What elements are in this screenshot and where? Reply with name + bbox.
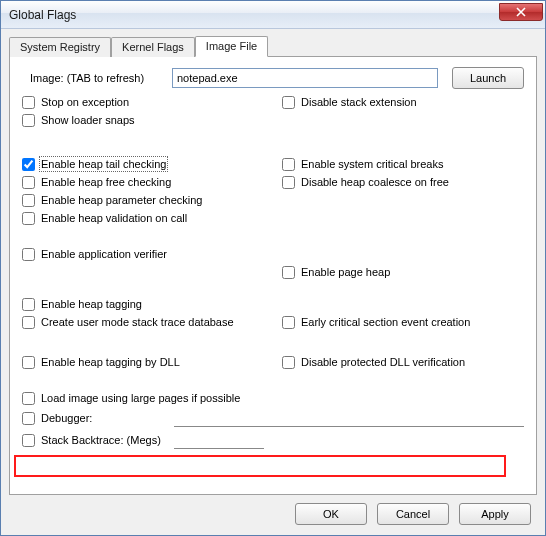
client-area: System Registry Kernel Flags Image File … bbox=[1, 29, 545, 535]
chk-disable-stack-ext[interactable]: Disable stack extension bbox=[282, 93, 524, 111]
close-icon bbox=[516, 7, 526, 17]
tab-system-registry[interactable]: System Registry bbox=[9, 37, 111, 57]
chk-disable-coalesce[interactable]: Disable heap coalesce on free bbox=[282, 173, 524, 191]
chk-large-pages[interactable]: Load image using large pages if possible bbox=[22, 389, 524, 407]
tab-kernel-flags[interactable]: Kernel Flags bbox=[111, 37, 195, 57]
image-label: Image: (TAB to refresh) bbox=[22, 72, 172, 84]
chk-heap-tag-dll[interactable]: Enable heap tagging by DLL bbox=[22, 353, 282, 371]
chk-sys-crit[interactable]: Enable system critical breaks bbox=[282, 155, 524, 173]
stack-backtrace-input[interactable] bbox=[174, 431, 264, 449]
ok-button[interactable]: OK bbox=[295, 503, 367, 525]
window-title: Global Flags bbox=[9, 8, 499, 22]
tab-page-image-file: Image: (TAB to refresh) Launch Stop on e… bbox=[9, 56, 537, 495]
chk-stop-exception[interactable]: Stop on exception bbox=[22, 93, 282, 111]
apply-button[interactable]: Apply bbox=[459, 503, 531, 525]
chk-show-loader[interactable]: Show loader snaps bbox=[22, 111, 282, 129]
debugger-input[interactable] bbox=[174, 409, 524, 427]
chk-heap-free[interactable]: Enable heap free checking bbox=[22, 173, 282, 191]
debugger-highlight bbox=[14, 455, 506, 477]
chk-user-stack[interactable]: Create user mode stack trace database bbox=[22, 313, 282, 331]
chk-disable-prot-dll[interactable]: Disable protected DLL verification bbox=[282, 353, 524, 371]
close-button[interactable] bbox=[499, 3, 543, 21]
dialog-buttons: OK Cancel Apply bbox=[9, 495, 537, 527]
cancel-button[interactable]: Cancel bbox=[377, 503, 449, 525]
chk-app-verifier[interactable]: Enable application verifier bbox=[22, 245, 282, 263]
title-bar: Global Flags bbox=[1, 1, 545, 29]
tab-image-file[interactable]: Image File bbox=[195, 36, 268, 57]
chk-stack-backtrace[interactable]: Stack Backtrace: (Megs) bbox=[22, 431, 174, 449]
image-input[interactable] bbox=[172, 68, 438, 88]
chk-debugger[interactable]: Debugger: bbox=[22, 409, 174, 427]
chk-early-crit[interactable]: Early critical section event creation bbox=[282, 313, 524, 331]
launch-button[interactable]: Launch bbox=[452, 67, 524, 89]
tab-strip: System Registry Kernel Flags Image File bbox=[9, 35, 537, 56]
chk-page-heap[interactable]: Enable page heap bbox=[282, 263, 524, 281]
chk-heap-param[interactable]: Enable heap parameter checking bbox=[22, 191, 282, 209]
chk-heap-tail[interactable]: Enable heap tail checking bbox=[22, 155, 282, 173]
chk-heap-tag[interactable]: Enable heap tagging bbox=[22, 295, 282, 313]
chk-heap-valid[interactable]: Enable heap validation on call bbox=[22, 209, 282, 227]
